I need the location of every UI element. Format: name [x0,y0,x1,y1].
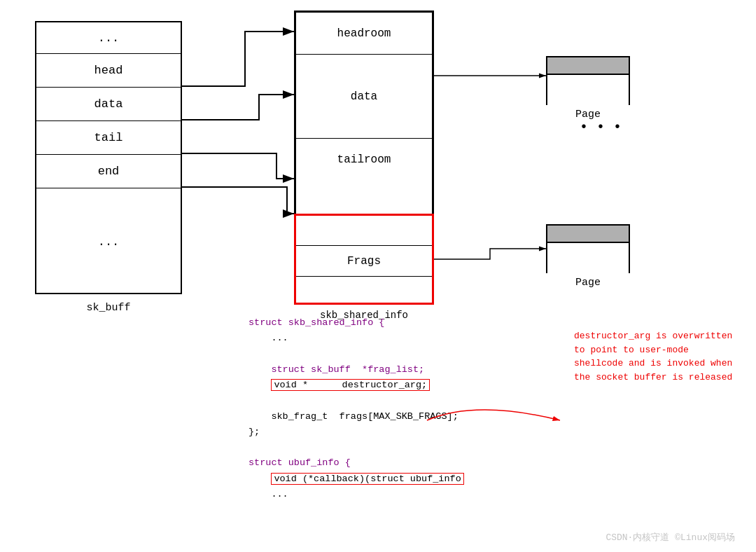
main-container: ... head data tail end ... sk_buff headr… [0,0,756,552]
page-top-1 [547,57,629,75]
page-box-1: Page [546,56,630,105]
code-line-12: ... [248,487,564,502]
code-line-7: skb_frag_t frags[MAX_SKB_FRAGS]; [248,409,564,425]
buffer-data: data [296,55,432,139]
shared-info-row1 [296,216,432,246]
annotation-box: destructor_arg is overwritten to point t… [574,329,735,384]
sk-buff-row-end: end [36,155,181,188]
code-line-3 [248,347,564,362]
buffer-tailroom: tailroom [296,139,432,181]
diagram-area: ... head data tail end ... sk_buff headr… [0,0,756,336]
watermark: CSDN·内核守道 ©Linux阅码场 [606,531,735,544]
shared-info-row3 [296,277,432,307]
code-line-6 [248,393,564,408]
code-line-9 [248,440,564,455]
code-line-1: struct skb_shared_info { [248,315,564,331]
code-line-5: void * destructor_arg; [248,378,564,393]
annotation-text: destructor_arg is overwritten to point t… [574,331,732,382]
sk-buff-label: sk_buff [86,302,130,314]
sk-buff-row-data: data [36,88,181,121]
buffer-box: headroom data tailroom [294,11,434,242]
code-line-8: }; [248,425,564,440]
sk-buff-row-dots2: ... [36,188,181,296]
page-top-2 [547,226,629,243]
buffer-headroom: headroom [296,13,432,55]
code-line-10: struct ubuf_info { [248,455,564,471]
code-line-11: void (*callback)(struct ubuf_info [248,471,564,487]
sk-buff-row-head: head [36,54,181,88]
page-bottom-1 [547,75,629,105]
sk-buff-row-tail: tail [36,121,181,155]
page-label-2: Page [575,277,601,289]
code-line-2: ... [248,331,564,346]
sk-buff-row-dots1: ... [36,22,181,54]
code-section: struct skb_shared_info { ... struct sk_b… [248,315,564,502]
page-bottom-2 [547,243,629,273]
shared-info-frags: Frags [296,246,432,277]
dots-between-pages: • • • [580,119,622,135]
sk-buff-box: ... head data tail end ... sk_buff [35,21,182,294]
code-line-4: struct sk_buff *frag_list; [248,362,564,378]
page-box-2: Page [546,224,630,273]
shared-info-box: Frags skb_shared_info [294,214,434,305]
